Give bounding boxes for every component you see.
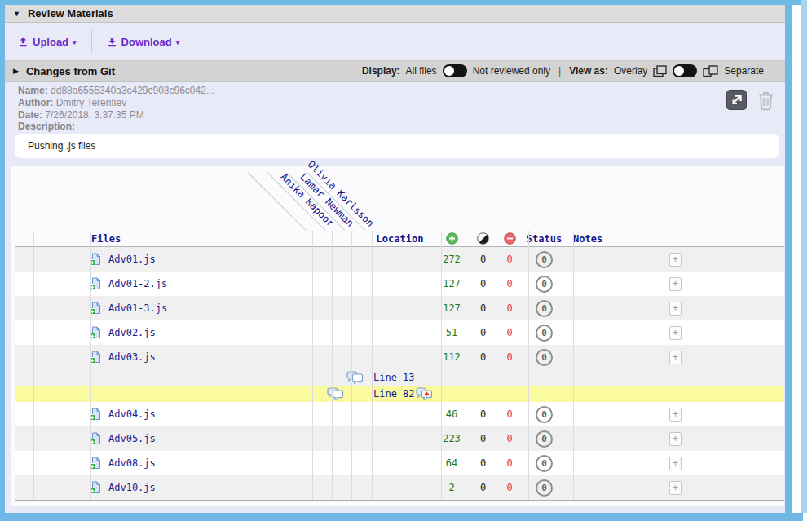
display-controls: Display: All files Not reviewed only | V… <box>362 64 764 77</box>
status-badge[interactable]: 0 <box>536 300 553 317</box>
file-row[interactable]: Adv02.js51000+ <box>15 320 784 345</box>
add-note-button[interactable]: + <box>669 302 682 316</box>
files-table: Anika KapoorLamar NewmanOlivia Karlsson … <box>11 166 784 506</box>
file-name[interactable]: Adv03.js <box>108 345 156 369</box>
file-name[interactable]: Adv02.js <box>108 320 156 345</box>
file-row[interactable]: Adv10.js2000+ <box>15 475 784 500</box>
file-row[interactable]: Adv05.js223000+ <box>15 426 784 451</box>
add-note-button[interactable]: + <box>669 432 682 446</box>
deleted-count: 0 <box>497 296 522 320</box>
column-grid-line <box>33 231 34 500</box>
status-badge[interactable]: 0 <box>536 455 553 472</box>
file-name[interactable]: Adv01-2.js <box>108 272 167 296</box>
location-row-selected[interactable]: Line 82 <box>15 386 784 402</box>
column-grid-line <box>90 231 91 500</box>
review-materials-header[interactable]: ▼ Review Materials <box>5 5 785 23</box>
open-commit-button[interactable] <box>726 90 747 113</box>
file-row[interactable]: Adv04.js46000+ <box>15 402 784 426</box>
description-text: Pushing .js files <box>28 140 95 152</box>
notes-cell: + <box>567 345 784 369</box>
status-badge[interactable]: 0 <box>536 276 553 293</box>
download-button[interactable]: Download ▾ <box>100 33 187 51</box>
add-note-button[interactable]: + <box>669 326 682 340</box>
status-badge[interactable]: 0 <box>536 325 553 342</box>
added-column-header[interactable] <box>435 231 469 246</box>
location-label[interactable]: Line 13 <box>373 369 415 386</box>
file-row[interactable]: Adv08.js64000+ <box>15 451 784 475</box>
status-badge[interactable]: 0 <box>536 406 553 423</box>
deleted-column-header[interactable] <box>497 231 522 246</box>
notes-cell: + <box>567 296 784 320</box>
deleted-count: 0 <box>497 402 522 426</box>
all-files-label[interactable]: All files <box>406 65 437 77</box>
location-column-header[interactable]: Location <box>365 231 435 246</box>
added-count: 2 <box>435 475 469 500</box>
view-as-label: View as: <box>569 65 608 77</box>
description-box[interactable]: Pushing .js files <box>15 134 779 158</box>
file-name[interactable]: Adv04.js <box>108 402 156 426</box>
file-row[interactable]: Adv01.js272000+ <box>15 247 784 272</box>
comment-bubble-icon[interactable] <box>346 371 364 385</box>
file-name[interactable]: Adv01-3.js <box>108 296 167 320</box>
status-badge[interactable]: 0 <box>536 479 553 497</box>
toggle-knob <box>674 66 684 76</box>
location-row[interactable]: Line 13 <box>15 369 784 386</box>
column-grid-line <box>441 231 442 500</box>
added-count: 64 <box>435 451 469 475</box>
display-label: Display: <box>362 65 400 77</box>
deleted-count: 0 <box>497 451 522 475</box>
add-note-button[interactable]: + <box>669 277 682 291</box>
deleted-count: 0 <box>497 345 522 369</box>
not-reviewed-label[interactable]: Not reviewed only <box>473 65 550 77</box>
overlay-view-icon[interactable] <box>653 65 667 77</box>
deleted-count: 0 <box>497 247 522 272</box>
expand-triangle-icon[interactable]: ▶ <box>13 67 19 75</box>
column-grid-line <box>528 231 529 500</box>
collapse-triangle-icon[interactable]: ▼ <box>13 10 20 18</box>
add-note-button[interactable]: + <box>669 408 682 422</box>
add-note-button[interactable]: + <box>669 351 682 364</box>
modified-lines-column-header[interactable] <box>469 231 497 246</box>
reviewer-comment-cell[interactable] <box>345 369 365 386</box>
overlay-label[interactable]: Overlay <box>614 65 647 77</box>
download-icon <box>107 37 117 47</box>
add-note-button[interactable]: + <box>669 253 682 267</box>
add-note-button[interactable]: + <box>669 457 682 470</box>
toolbar: Upload ▾ Download ▾ <box>5 23 785 60</box>
file-row[interactable]: Adv03.js112000+ <box>15 345 784 369</box>
notes-column-header[interactable]: Notes <box>573 231 602 246</box>
upload-button[interactable]: Upload ▾ <box>11 33 83 51</box>
status-badge[interactable]: 0 <box>536 251 553 268</box>
files-column-header[interactable]: Files <box>91 231 121 246</box>
file-icon-cell <box>87 426 104 451</box>
commit-actions <box>726 90 775 113</box>
commit-info: Name: dd88a6555340a3c429c903c96c042... A… <box>18 85 214 121</box>
view-as-toggle[interactable] <box>673 64 697 77</box>
file-name[interactable]: Adv08.js <box>108 451 156 475</box>
comment-bubble-icon[interactable] <box>327 387 344 401</box>
separate-view-icon[interactable] <box>703 65 718 77</box>
status-badge[interactable]: 0 <box>536 430 553 448</box>
file-name[interactable]: Adv10.js <box>108 475 156 500</box>
date-label: Date: <box>18 109 42 121</box>
notes-cell: + <box>567 320 784 345</box>
file-name[interactable]: Adv01.js <box>108 247 156 272</box>
changes-from-git-header[interactable]: ▶ Changes from Git Display: All files No… <box>5 60 785 82</box>
file-row[interactable]: Adv01-2.js127000+ <box>15 272 784 296</box>
file-name[interactable]: Adv05.js <box>108 426 156 451</box>
file-row[interactable]: Adv01-3.js127000+ <box>15 296 784 320</box>
location-label[interactable]: Line 82 <box>373 386 415 402</box>
table-header-row: Files Location <box>15 231 784 247</box>
delete-commit-button[interactable] <box>757 90 775 113</box>
add-comment-cell[interactable] <box>416 386 433 402</box>
reviewer-comment-cell[interactable] <box>325 386 345 402</box>
notes-cell: + <box>567 451 784 475</box>
modified-count: 0 <box>469 247 497 272</box>
display-toggle[interactable] <box>443 64 467 77</box>
add-comment-icon[interactable] <box>416 387 433 401</box>
status-badge[interactable]: 0 <box>536 349 553 366</box>
commit-date-line: Date: 7/26/2018, 3:37:35 PM <box>18 109 214 121</box>
add-note-button[interactable]: + <box>669 481 682 495</box>
separate-label[interactable]: Separate <box>724 65 764 77</box>
deleted-count: 0 <box>497 426 522 451</box>
